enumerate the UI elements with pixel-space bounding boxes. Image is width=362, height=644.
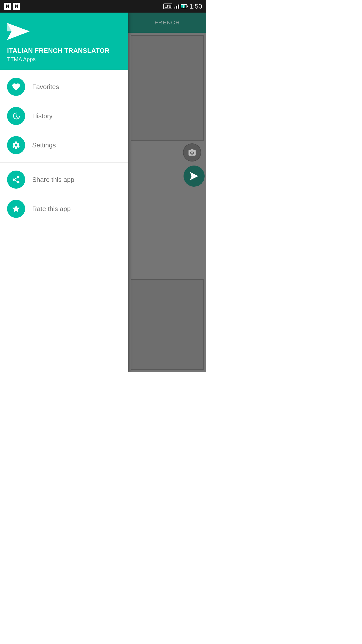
camera-icon — [188, 148, 196, 157]
share-label: Share this app — [32, 176, 74, 184]
rate-icon-circle — [7, 200, 25, 218]
status-icons: LTE 1:50 — [163, 3, 202, 10]
app-logo — [7, 20, 30, 43]
signal-icon — [174, 4, 179, 9]
svg-marker-2 — [174, 7, 175, 9]
menu-item-history[interactable]: History — [0, 101, 128, 131]
right-panel: FRENCH — [128, 13, 206, 372]
output-translation-box — [131, 279, 204, 370]
svg-rect-5 — [187, 6, 188, 7]
app-subtitle: TTMA Apps — [7, 56, 121, 63]
right-panel-header: FRENCH — [128, 13, 206, 33]
menu-item-rate[interactable]: Rate this app — [0, 194, 128, 223]
clock-icon — [12, 111, 21, 120]
heart-icon — [12, 82, 21, 91]
drawer-menu: Favorites History Settings — [0, 70, 128, 372]
history-label: History — [32, 112, 53, 120]
status-bar: N N LTE 1:50 — [0, 0, 206, 13]
translate-button[interactable] — [184, 166, 205, 187]
svg-marker-10 — [7, 23, 30, 31]
settings-label: Settings — [32, 141, 56, 149]
drawer-header: ITALIAN FRENCH TRANSLATOR TTMA Apps — [0, 13, 128, 70]
settings-icon-circle — [7, 136, 25, 154]
notification-icon-1: N — [4, 3, 11, 10]
send-plane-icon — [7, 23, 30, 40]
share-icon — [12, 175, 21, 184]
lte-icon: LTE — [163, 4, 172, 9]
star-icon — [12, 204, 21, 213]
status-bar-left: N N — [4, 3, 20, 10]
battery-icon — [181, 4, 188, 8]
svg-marker-11 — [7, 31, 30, 40]
favorites-label: Favorites — [32, 83, 59, 91]
notification-icon-2: N — [13, 3, 20, 10]
status-time: 1:50 — [189, 3, 202, 10]
app-title: ITALIAN FRENCH TRANSLATOR — [7, 47, 121, 55]
favorites-icon-circle — [7, 78, 25, 96]
camera-button[interactable] — [183, 143, 201, 162]
app-container: ITALIAN FRENCH TRANSLATOR TTMA Apps Favo… — [0, 13, 206, 372]
input-translation-box — [131, 35, 204, 141]
history-icon-circle — [7, 107, 25, 125]
gear-icon — [12, 141, 21, 150]
svg-marker-12 — [190, 172, 198, 180]
svg-marker-0 — [178, 4, 179, 9]
svg-marker-1 — [176, 6, 177, 9]
menu-item-settings[interactable]: Settings — [0, 131, 128, 160]
language-label: FRENCH — [155, 19, 180, 26]
navigation-drawer: ITALIAN FRENCH TRANSLATOR TTMA Apps Favo… — [0, 13, 128, 372]
send-icon — [189, 171, 199, 181]
rate-label: Rate this app — [32, 205, 71, 213]
action-buttons — [183, 143, 201, 187]
share-icon-circle — [7, 171, 25, 189]
menu-divider — [0, 162, 128, 163]
right-panel-content — [128, 33, 206, 372]
status-bar-right: LTE 1:50 — [163, 3, 202, 10]
menu-item-favorites[interactable]: Favorites — [0, 72, 128, 101]
menu-item-share[interactable]: Share this app — [0, 165, 128, 194]
